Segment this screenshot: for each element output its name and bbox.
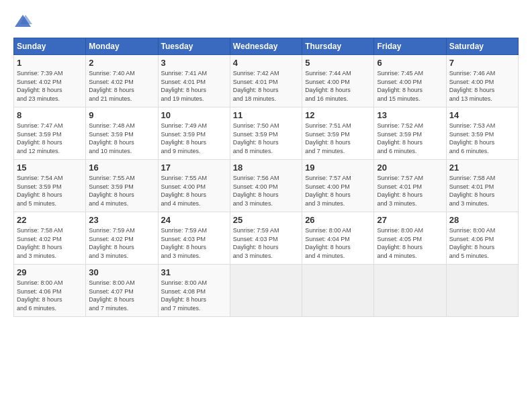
day-info: Sunrise: 7:40 AM Sunset: 4:02 PM Dayligh… bbox=[89, 69, 154, 103]
day-number: 15 bbox=[17, 163, 83, 173]
day-info: Sunrise: 7:50 AM Sunset: 3:59 PM Dayligh… bbox=[233, 122, 299, 155]
week-row-5: 29Sunrise: 8:00 AM Sunset: 4:06 PM Dayli… bbox=[14, 265, 519, 317]
calendar-page: SundayMondayTuesdayWednesdayThursdayFrid… bbox=[0, 0, 532, 411]
day-number: 14 bbox=[449, 110, 515, 120]
day-info: Sunrise: 8:00 AM Sunset: 4:04 PM Dayligh… bbox=[305, 226, 371, 260]
calendar-cell: 28Sunrise: 8:00 AM Sunset: 4:06 PM Dayli… bbox=[446, 212, 518, 265]
header-row: SundayMondayTuesdayWednesdayThursdayFrid… bbox=[14, 38, 519, 55]
calendar-cell bbox=[230, 265, 302, 317]
calendar-cell: 12Sunrise: 7:51 AM Sunset: 3:59 PM Dayli… bbox=[302, 107, 374, 160]
day-info: Sunrise: 8:00 AM Sunset: 4:06 PM Dayligh… bbox=[17, 279, 83, 312]
calendar-cell bbox=[374, 265, 446, 317]
day-info: Sunrise: 7:44 AM Sunset: 4:00 PM Dayligh… bbox=[305, 69, 371, 103]
day-info: Sunrise: 7:49 AM Sunset: 3:59 PM Dayligh… bbox=[161, 122, 227, 155]
week-row-4: 22Sunrise: 7:58 AM Sunset: 4:02 PM Dayli… bbox=[14, 212, 519, 265]
day-info: Sunrise: 7:48 AM Sunset: 3:59 PM Dayligh… bbox=[89, 122, 154, 155]
calendar-cell: 1Sunrise: 7:39 AM Sunset: 4:02 PM Daylig… bbox=[14, 55, 86, 107]
calendar-cell: 5Sunrise: 7:44 AM Sunset: 4:00 PM Daylig… bbox=[302, 55, 374, 107]
day-number: 31 bbox=[161, 267, 227, 277]
day-info: Sunrise: 7:42 AM Sunset: 4:01 PM Dayligh… bbox=[233, 69, 299, 103]
logo bbox=[13, 12, 35, 31]
week-row-1: 1Sunrise: 7:39 AM Sunset: 4:02 PM Daylig… bbox=[14, 55, 519, 107]
day-number: 8 bbox=[17, 110, 83, 120]
calendar-cell: 13Sunrise: 7:52 AM Sunset: 3:59 PM Dayli… bbox=[374, 107, 446, 160]
calendar-cell: 25Sunrise: 7:59 AM Sunset: 4:03 PM Dayli… bbox=[230, 212, 302, 265]
calendar-cell: 17Sunrise: 7:55 AM Sunset: 4:00 PM Dayli… bbox=[158, 160, 230, 212]
day-info: Sunrise: 7:54 AM Sunset: 3:59 PM Dayligh… bbox=[17, 174, 83, 208]
calendar-cell: 26Sunrise: 8:00 AM Sunset: 4:04 PM Dayli… bbox=[302, 212, 374, 265]
day-number: 4 bbox=[233, 58, 299, 68]
col-header-saturday: Saturday bbox=[446, 38, 518, 55]
calendar-cell: 19Sunrise: 7:57 AM Sunset: 4:00 PM Dayli… bbox=[302, 160, 374, 212]
calendar-cell: 14Sunrise: 7:53 AM Sunset: 3:59 PM Dayli… bbox=[446, 107, 518, 160]
day-info: Sunrise: 8:00 AM Sunset: 4:06 PM Dayligh… bbox=[449, 226, 515, 260]
day-number: 9 bbox=[89, 110, 154, 120]
day-number: 24 bbox=[161, 215, 227, 225]
day-number: 20 bbox=[377, 163, 443, 173]
day-info: Sunrise: 7:52 AM Sunset: 3:59 PM Dayligh… bbox=[377, 122, 443, 155]
calendar-cell: 16Sunrise: 7:55 AM Sunset: 3:59 PM Dayli… bbox=[86, 160, 158, 212]
day-number: 10 bbox=[161, 110, 227, 120]
day-number: 30 bbox=[89, 267, 154, 277]
calendar-cell: 9Sunrise: 7:48 AM Sunset: 3:59 PM Daylig… bbox=[86, 107, 158, 160]
col-header-sunday: Sunday bbox=[14, 38, 86, 55]
day-number: 23 bbox=[89, 215, 154, 225]
day-info: Sunrise: 7:53 AM Sunset: 3:59 PM Dayligh… bbox=[449, 122, 515, 155]
calendar-cell: 31Sunrise: 8:00 AM Sunset: 4:08 PM Dayli… bbox=[158, 265, 230, 317]
calendar-cell: 2Sunrise: 7:40 AM Sunset: 4:02 PM Daylig… bbox=[86, 55, 158, 107]
calendar-cell: 21Sunrise: 7:58 AM Sunset: 4:01 PM Dayli… bbox=[446, 160, 518, 212]
day-number: 6 bbox=[377, 58, 443, 68]
day-number: 19 bbox=[305, 163, 371, 173]
col-header-tuesday: Tuesday bbox=[158, 38, 230, 55]
day-info: Sunrise: 7:45 AM Sunset: 4:00 PM Dayligh… bbox=[377, 69, 443, 103]
day-info: Sunrise: 7:51 AM Sunset: 3:59 PM Dayligh… bbox=[305, 122, 371, 155]
calendar-cell: 3Sunrise: 7:41 AM Sunset: 4:01 PM Daylig… bbox=[158, 55, 230, 107]
day-number: 22 bbox=[17, 215, 83, 225]
calendar-cell: 7Sunrise: 7:46 AM Sunset: 4:00 PM Daylig… bbox=[446, 55, 518, 107]
day-number: 2 bbox=[89, 58, 154, 68]
col-header-friday: Friday bbox=[374, 38, 446, 55]
calendar-cell: 6Sunrise: 7:45 AM Sunset: 4:00 PM Daylig… bbox=[374, 55, 446, 107]
day-info: Sunrise: 7:59 AM Sunset: 4:03 PM Dayligh… bbox=[161, 226, 227, 260]
day-info: Sunrise: 7:59 AM Sunset: 4:03 PM Dayligh… bbox=[233, 226, 299, 260]
logo-icon bbox=[13, 12, 32, 31]
day-info: Sunrise: 7:57 AM Sunset: 4:01 PM Dayligh… bbox=[377, 174, 443, 208]
day-number: 25 bbox=[233, 215, 299, 225]
day-info: Sunrise: 7:57 AM Sunset: 4:00 PM Dayligh… bbox=[305, 174, 371, 208]
week-row-3: 15Sunrise: 7:54 AM Sunset: 3:59 PM Dayli… bbox=[14, 160, 519, 212]
col-header-wednesday: Wednesday bbox=[230, 38, 302, 55]
calendar-cell bbox=[446, 265, 518, 317]
calendar-cell: 20Sunrise: 7:57 AM Sunset: 4:01 PM Dayli… bbox=[374, 160, 446, 212]
day-number: 12 bbox=[305, 110, 371, 120]
day-number: 29 bbox=[17, 267, 83, 277]
day-number: 3 bbox=[161, 58, 227, 68]
day-info: Sunrise: 8:00 AM Sunset: 4:08 PM Dayligh… bbox=[161, 279, 227, 312]
header bbox=[13, 12, 519, 31]
day-number: 18 bbox=[233, 163, 299, 173]
calendar-table: SundayMondayTuesdayWednesdayThursdayFrid… bbox=[13, 38, 519, 317]
day-number: 16 bbox=[89, 163, 154, 173]
day-info: Sunrise: 7:55 AM Sunset: 3:59 PM Dayligh… bbox=[89, 174, 154, 208]
calendar-cell bbox=[302, 265, 374, 317]
day-number: 21 bbox=[449, 163, 515, 173]
calendar-cell: 15Sunrise: 7:54 AM Sunset: 3:59 PM Dayli… bbox=[14, 160, 86, 212]
day-number: 11 bbox=[233, 110, 299, 120]
calendar-cell: 30Sunrise: 8:00 AM Sunset: 4:07 PM Dayli… bbox=[86, 265, 158, 317]
week-row-2: 8Sunrise: 7:47 AM Sunset: 3:59 PM Daylig… bbox=[14, 107, 519, 160]
day-info: Sunrise: 8:00 AM Sunset: 4:05 PM Dayligh… bbox=[377, 226, 443, 260]
day-info: Sunrise: 7:41 AM Sunset: 4:01 PM Dayligh… bbox=[161, 69, 227, 103]
calendar-cell: 11Sunrise: 7:50 AM Sunset: 3:59 PM Dayli… bbox=[230, 107, 302, 160]
calendar-cell: 8Sunrise: 7:47 AM Sunset: 3:59 PM Daylig… bbox=[14, 107, 86, 160]
calendar-cell: 18Sunrise: 7:56 AM Sunset: 4:00 PM Dayli… bbox=[230, 160, 302, 212]
calendar-cell: 24Sunrise: 7:59 AM Sunset: 4:03 PM Dayli… bbox=[158, 212, 230, 265]
day-number: 7 bbox=[449, 58, 515, 68]
calendar-cell: 22Sunrise: 7:58 AM Sunset: 4:02 PM Dayli… bbox=[14, 212, 86, 265]
day-info: Sunrise: 7:58 AM Sunset: 4:02 PM Dayligh… bbox=[17, 226, 83, 260]
calendar-cell: 23Sunrise: 7:59 AM Sunset: 4:02 PM Dayli… bbox=[86, 212, 158, 265]
day-number: 5 bbox=[305, 58, 371, 68]
day-info: Sunrise: 7:55 AM Sunset: 4:00 PM Dayligh… bbox=[161, 174, 227, 208]
day-number: 28 bbox=[449, 215, 515, 225]
day-info: Sunrise: 7:47 AM Sunset: 3:59 PM Dayligh… bbox=[17, 122, 83, 155]
col-header-monday: Monday bbox=[86, 38, 158, 55]
day-info: Sunrise: 7:39 AM Sunset: 4:02 PM Dayligh… bbox=[17, 69, 83, 103]
